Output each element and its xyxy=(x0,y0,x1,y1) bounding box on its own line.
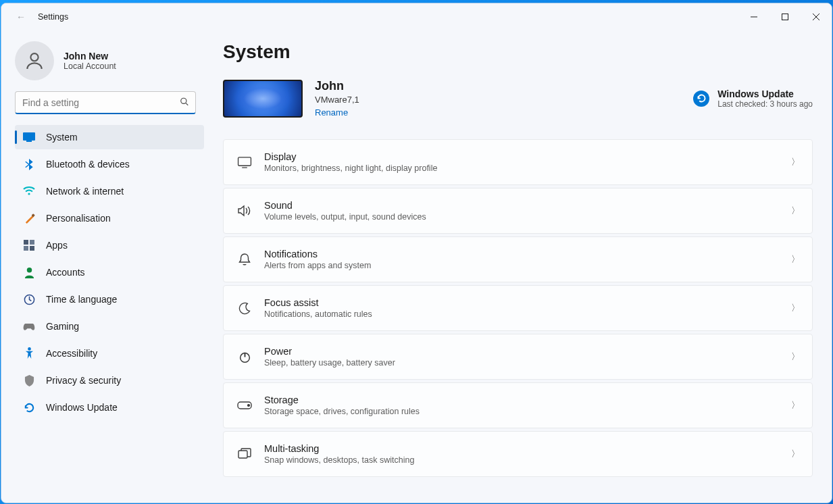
user-block[interactable]: John New Local Account xyxy=(1,36,209,91)
card-focus-assist[interactable]: Focus assist Notifications, automatic ru… xyxy=(223,285,813,331)
close-icon xyxy=(813,14,819,20)
svg-rect-14 xyxy=(238,157,251,165)
svg-point-11 xyxy=(26,268,32,273)
sidebar: John New Local Account System xyxy=(1,30,209,503)
card-display[interactable]: Display Monitors, brightness, night ligh… xyxy=(223,139,813,185)
card-sub: Snap windows, desktops, task switching xyxy=(264,455,791,465)
svg-rect-8 xyxy=(30,240,34,245)
chevron-right-icon: 〉 xyxy=(791,448,800,460)
storage-icon xyxy=(236,401,253,409)
update-circle-icon xyxy=(693,91,709,107)
svg-rect-18 xyxy=(238,451,247,458)
wifi-icon xyxy=(23,185,35,197)
sidebar-item-windows-update[interactable]: Windows Update xyxy=(15,395,204,420)
svg-point-5 xyxy=(28,193,30,195)
user-sub: Local Account xyxy=(64,61,116,71)
page-title: System xyxy=(223,41,813,63)
card-sub: Sleep, battery usage, battery saver xyxy=(264,358,791,368)
minimize-icon xyxy=(751,14,757,20)
svg-rect-0 xyxy=(782,14,788,20)
svg-rect-4 xyxy=(26,141,32,142)
maximize-icon xyxy=(782,14,788,20)
chevron-right-icon: 〉 xyxy=(791,156,800,168)
card-title: Notifications xyxy=(264,249,791,259)
bluetooth-icon xyxy=(23,158,35,170)
avatar xyxy=(15,41,54,80)
chevron-right-icon: 〉 xyxy=(791,399,800,411)
update-title: Windows Update xyxy=(717,89,813,99)
sidebar-item-label: Bluetooth & devices xyxy=(46,159,130,170)
sidebar-item-personalisation[interactable]: Personalisation xyxy=(15,206,204,230)
sidebar-item-time-language[interactable]: Time & language xyxy=(15,287,204,311)
paintbrush-icon xyxy=(23,212,35,224)
card-sound[interactable]: Sound Volume levels, output, input, soun… xyxy=(223,188,813,234)
sound-icon xyxy=(236,205,253,217)
sidebar-item-gaming[interactable]: Gaming xyxy=(15,314,204,338)
svg-point-13 xyxy=(28,347,31,351)
system-icon xyxy=(23,131,35,143)
accessibility-icon xyxy=(23,347,35,359)
app-title: Settings xyxy=(38,12,68,22)
pc-model: VMware7,1 xyxy=(315,95,359,105)
maximize-button[interactable] xyxy=(769,6,801,28)
bell-icon xyxy=(236,253,253,266)
sidebar-item-system[interactable]: System xyxy=(15,125,204,149)
chevron-right-icon: 〉 xyxy=(791,253,800,266)
chevron-right-icon: 〉 xyxy=(791,302,800,314)
card-title: Sound xyxy=(264,200,791,211)
card-title: Multi-tasking xyxy=(264,443,791,454)
shield-icon xyxy=(23,374,35,386)
sidebar-item-accessibility[interactable]: Accessibility xyxy=(15,341,204,366)
gaming-icon xyxy=(23,320,35,332)
user-name: John New xyxy=(64,51,116,61)
header-row: John VMware7,1 Rename Windows Update Las… xyxy=(223,79,813,118)
arrow-left-icon: ← xyxy=(16,11,26,22)
multitasking-icon xyxy=(236,448,253,460)
update-sub: Last checked: 3 hours ago xyxy=(717,99,813,109)
sidebar-item-privacy[interactable]: Privacy & security xyxy=(15,368,204,393)
card-title: Power xyxy=(264,346,791,357)
update-icon xyxy=(23,401,35,413)
power-icon xyxy=(236,351,253,363)
sidebar-item-label: Network & internet xyxy=(46,186,124,197)
nav: System Bluetooth & devices Network & int… xyxy=(1,125,209,420)
sidebar-item-label: Privacy & security xyxy=(46,375,121,386)
sidebar-item-label: Gaming xyxy=(46,321,79,332)
sidebar-item-label: System xyxy=(46,132,78,143)
sidebar-item-label: Time & language xyxy=(46,294,117,305)
sidebar-item-network[interactable]: Network & internet xyxy=(15,179,204,203)
card-sub: Alerts from apps and system xyxy=(264,261,791,270)
minimize-button[interactable] xyxy=(738,6,769,28)
sidebar-item-label: Accessibility xyxy=(46,348,97,359)
card-power[interactable]: Power Sleep, battery usage, battery save… xyxy=(223,334,813,380)
card-multitasking[interactable]: Multi-tasking Snap windows, desktops, ta… xyxy=(223,431,813,477)
card-storage[interactable]: Storage Storage space, drives, configura… xyxy=(223,382,813,428)
card-notifications[interactable]: Notifications Alerts from apps and syste… xyxy=(223,236,813,282)
windows-update-summary[interactable]: Windows Update Last checked: 3 hours ago xyxy=(693,89,813,109)
sidebar-item-bluetooth[interactable]: Bluetooth & devices xyxy=(15,152,204,176)
pc-thumbnail xyxy=(223,80,303,118)
sidebar-item-label: Windows Update xyxy=(46,402,118,413)
card-sub: Volume levels, output, input, sound devi… xyxy=(264,212,791,222)
card-title: Display xyxy=(264,151,791,162)
sidebar-item-apps[interactable]: Apps xyxy=(15,233,204,257)
person-icon xyxy=(24,50,45,72)
settings-window: ← Settings Joh xyxy=(1,3,832,503)
globe-clock-icon xyxy=(23,293,35,305)
chevron-right-icon: 〉 xyxy=(791,205,800,217)
svg-rect-10 xyxy=(30,246,34,251)
sidebar-item-accounts[interactable]: Accounts xyxy=(15,260,204,284)
svg-rect-9 xyxy=(24,246,28,251)
search-input[interactable] xyxy=(15,91,196,114)
close-button[interactable] xyxy=(801,6,832,28)
back-button[interactable]: ← xyxy=(11,7,31,27)
person-icon xyxy=(23,266,35,278)
main[interactable]: System John VMware7,1 Rename Windows Upd… xyxy=(209,30,832,503)
sidebar-item-label: Accounts xyxy=(46,267,85,278)
window-controls xyxy=(738,6,832,28)
rename-link[interactable]: Rename xyxy=(315,107,359,118)
settings-cards: Display Monitors, brightness, night ligh… xyxy=(223,139,813,485)
card-sub: Monitors, brightness, night light, displ… xyxy=(264,163,791,173)
chevron-right-icon: 〉 xyxy=(791,351,800,363)
svg-rect-7 xyxy=(24,240,28,245)
